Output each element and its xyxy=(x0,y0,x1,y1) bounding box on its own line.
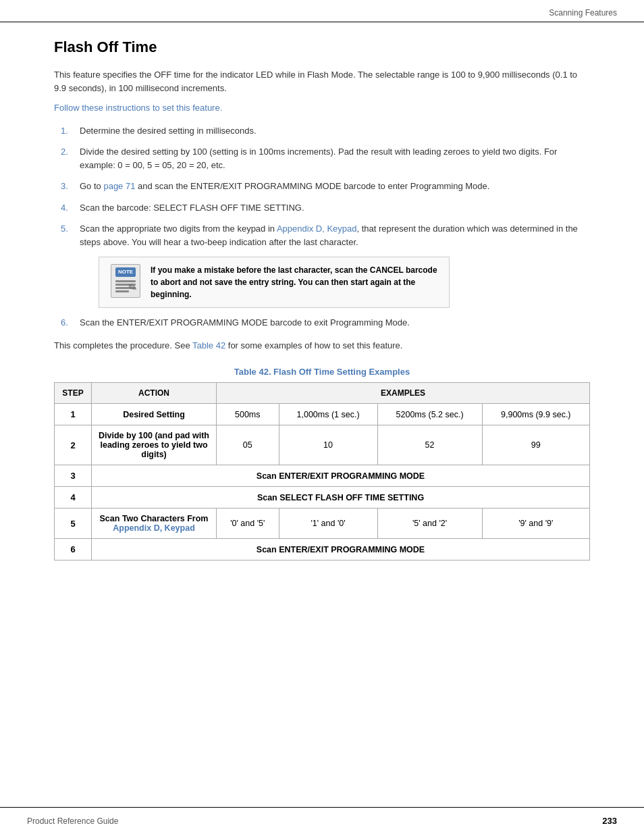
row2-step: 2 xyxy=(55,425,92,465)
header-section-label: Scanning Features xyxy=(549,8,617,18)
note-box: NOTE ✏ If you make a mistake before the … xyxy=(99,257,450,308)
step-3-text: Go to page 71 and scan the ENTER/EXIT PR… xyxy=(80,180,590,193)
table-row-3: 3 Scan ENTER/EXIT PROGRAMMING MODE xyxy=(55,465,590,487)
row6-full: Scan ENTER/EXIT PROGRAMMING MODE xyxy=(92,539,590,561)
table42-link[interactable]: Table 42 xyxy=(192,340,225,350)
page-container: Scanning Features Flash Off Time This fe… xyxy=(0,0,644,834)
step-2: 2. Divide the desired setting by 100 (se… xyxy=(61,145,590,172)
appendix-d-link[interactable]: Appendix D, Keypad xyxy=(277,224,357,234)
row3-full: Scan ENTER/EXIT PROGRAMMING MODE xyxy=(92,465,590,487)
footer-left: Product Reference Guide xyxy=(27,816,118,826)
step-4: 4. Scan the barcode: SELECT FLASH OFF TI… xyxy=(61,201,590,215)
table-row-6: 6 Scan ENTER/EXIT PROGRAMMING MODE xyxy=(55,539,590,561)
step-3: 3. Go to page 71 and scan the ENTER/EXIT… xyxy=(61,180,590,193)
step-5-text: Scan the appropriate two digits from the… xyxy=(80,222,590,249)
row5-appendix-link[interactable]: Appendix D, Keypad xyxy=(113,523,195,533)
top-bar: Scanning Features xyxy=(0,0,644,22)
page-footer: Product Reference Guide 233 xyxy=(0,807,644,834)
step-1: 1. Determine the desired setting in mill… xyxy=(61,124,590,138)
row5-ex1: '0' and '5' xyxy=(217,509,279,539)
step-3-num: 3. xyxy=(61,180,80,193)
table-title: Table 42. Flash Off Time Setting Example… xyxy=(54,367,590,377)
page-title: Flash Off Time xyxy=(54,38,590,56)
step-6-text: Scan the ENTER/EXIT PROGRAMMING MODE bar… xyxy=(80,316,590,330)
row5-ex3: '5' and '2' xyxy=(377,509,482,539)
row1-ex3: 5200ms (5.2 sec.) xyxy=(377,404,482,425)
intro-paragraph: This feature specifies the OFF time for … xyxy=(54,68,590,95)
step-5-num: 5. xyxy=(61,222,80,236)
table-row-1: 1 Desired Setting 500ms 1,000ms (1 sec.)… xyxy=(55,404,590,425)
row2-ex1: 05 xyxy=(217,425,279,465)
row1-ex4: 9,900ms (9.9 sec.) xyxy=(482,404,589,425)
row4-step: 4 xyxy=(55,487,92,509)
content-area: Flash Off Time This feature specifies th… xyxy=(0,22,644,807)
table-header-row: STEP ACTION EXAMPLES xyxy=(55,383,590,404)
step-4-num: 4. xyxy=(61,201,80,215)
row1-ex2: 1,000ms (1 sec.) xyxy=(279,404,377,425)
row1-action: Desired Setting xyxy=(92,404,217,425)
row5-ex4: '9' and '9' xyxy=(482,509,589,539)
table-container: Table 42. Flash Off Time Setting Example… xyxy=(54,367,590,561)
row4-full: Scan SELECT FLASH OFF TIME SETTING xyxy=(92,487,590,509)
header-examples: EXAMPLES xyxy=(217,383,590,404)
note-container: NOTE ✏ If you make a mistake before the … xyxy=(80,257,590,308)
step-1-text: Determine the desired setting in millise… xyxy=(80,124,590,138)
step-4-text: Scan the barcode: SELECT FLASH OFF TIME … xyxy=(80,201,590,215)
row1-step: 1 xyxy=(55,404,92,425)
row2-ex3: 52 xyxy=(377,425,482,465)
table-row-5: 5 Scan Two Characters FromAppendix D, Ke… xyxy=(55,509,590,539)
header-step: STEP xyxy=(55,383,92,404)
row1-ex1: 500ms xyxy=(217,404,279,425)
row2-ex4: 99 xyxy=(482,425,589,465)
row5-ex2: '1' and '0' xyxy=(279,509,377,539)
row5-step: 5 xyxy=(55,509,92,539)
completing-text: This completes the procedure. See Table … xyxy=(54,339,590,353)
examples-table: STEP ACTION EXAMPLES 1 Desired Setting 5… xyxy=(54,382,590,561)
footer-page-number: 233 xyxy=(602,816,617,826)
row3-step: 3 xyxy=(55,465,92,487)
note-icon-visual: NOTE ✏ xyxy=(111,264,140,298)
step-2-num: 2. xyxy=(61,145,80,159)
table-row-4: 4 Scan SELECT FLASH OFF TIME SETTING xyxy=(55,487,590,509)
follow-text: Follow these instructions to set this fe… xyxy=(54,101,590,115)
row2-action: Divide by 100 (and pad with leading zero… xyxy=(92,425,217,465)
step-1-num: 1. xyxy=(61,124,80,138)
step-6: 6. Scan the ENTER/EXIT PROGRAMMING MODE … xyxy=(61,316,590,330)
step-6-num: 6. xyxy=(61,316,80,330)
note-text: If you make a mistake before the last ch… xyxy=(151,264,439,301)
header-action: ACTION xyxy=(92,383,217,404)
page71-link[interactable]: page 71 xyxy=(103,181,135,191)
table-row-2: 2 Divide by 100 (and pad with leading ze… xyxy=(55,425,590,465)
step-5: 5. Scan the appropriate two digits from … xyxy=(61,222,590,249)
note-icon: NOTE ✏ xyxy=(109,264,142,298)
steps-list: 1. Determine the desired setting in mill… xyxy=(61,124,590,330)
row5-action: Scan Two Characters FromAppendix D, Keyp… xyxy=(92,509,217,539)
note-label: NOTE xyxy=(115,267,136,277)
step-2-text: Divide the desired setting by 100 (setti… xyxy=(80,145,590,172)
row6-step: 6 xyxy=(55,539,92,561)
row2-ex2: 10 xyxy=(279,425,377,465)
